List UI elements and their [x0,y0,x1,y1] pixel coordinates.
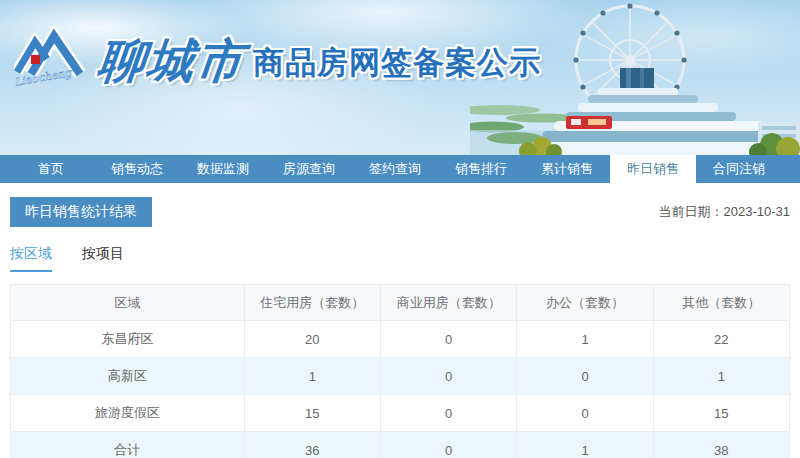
value-cell: 15 [244,395,380,432]
value-cell: 22 [653,321,789,358]
value-cell: 1 [517,432,653,458]
value-cell: 0 [517,395,653,432]
column-header-4: 办公（套数） [517,285,653,321]
region-cell: 旅游度假区 [11,395,245,432]
value-cell: 0 [381,321,517,358]
column-header-2: 住宅用房（套数） [244,285,380,321]
site-title: 商品房网签备案公示 [253,42,541,90]
region-cell: 合计 [11,432,245,458]
nav-item-2[interactable]: 销售动态 [94,155,180,183]
current-date: 当前日期：2023-10-31 [659,203,791,221]
nav-item-5[interactable]: 签约查询 [352,155,438,183]
tabs: 按区域按项目 [10,244,790,272]
table-row-2: 高新区1001 [11,358,790,395]
value-cell: 0 [517,358,653,395]
value-cell: 1 [517,321,653,358]
nav-item-6[interactable]: 销售排行 [438,155,524,183]
nav-item-4[interactable]: 房源查询 [266,155,352,183]
current-date-value: 2023-10-31 [724,204,791,219]
table-row-1: 东昌府区200122 [11,321,790,358]
table-header-row: 区域住宅用房（套数）商业用房（套数）办公（套数）其他（套数） [11,285,790,321]
sales-table-wrap: 区域住宅用房（套数）商业用房（套数）办公（套数）其他（套数） 东昌府区20012… [10,284,790,458]
building [530,68,800,155]
nav-item-7[interactable]: 累计销售 [524,155,610,183]
value-cell: 1 [653,358,789,395]
tab-2[interactable]: 按项目 [82,245,124,272]
column-header-3: 商业用房（套数） [381,285,517,321]
nav-item-9[interactable]: 合同注销 [696,155,782,183]
nav-bar: 首页销售动态数据监测房源查询签约查询销售排行累计销售昨日销售合同注销 [0,155,800,183]
site-banner: Liaocheng 聊城市 商品房网签备案公示 [0,0,800,155]
nav-item-8[interactable]: 昨日销售 [610,155,696,183]
value-cell: 0 [381,358,517,395]
current-date-label: 当前日期： [659,204,724,219]
value-cell: 20 [244,321,380,358]
table-row-4: 合计360138 [11,432,790,458]
value-cell: 0 [381,395,517,432]
value-cell: 36 [244,432,380,458]
value-cell: 0 [381,432,517,458]
nav-item-1[interactable]: 首页 [8,155,94,183]
table-body: 东昌府区200122高新区1001旅游度假区150015合计360138 [11,321,790,458]
value-cell: 1 [244,358,380,395]
liaocheng-logo: Liaocheng [14,26,92,90]
sales-table: 区域住宅用房（套数）商业用房（套数）办公（套数）其他（套数） 东昌府区20012… [10,284,790,458]
table-row-3: 旅游度假区150015 [11,395,790,432]
column-header-1: 区域 [11,285,245,321]
column-header-5: 其他（套数） [653,285,789,321]
page-title: 昨日销售统计结果 [10,197,152,227]
region-cell: 高新区 [11,358,245,395]
tab-1[interactable]: 按区域 [10,245,52,272]
value-cell: 38 [653,432,789,458]
region-cell: 东昌府区 [11,321,245,358]
city-name: 聊城市 [95,32,248,90]
value-cell: 15 [653,395,789,432]
nav-item-3[interactable]: 数据监测 [180,155,266,183]
